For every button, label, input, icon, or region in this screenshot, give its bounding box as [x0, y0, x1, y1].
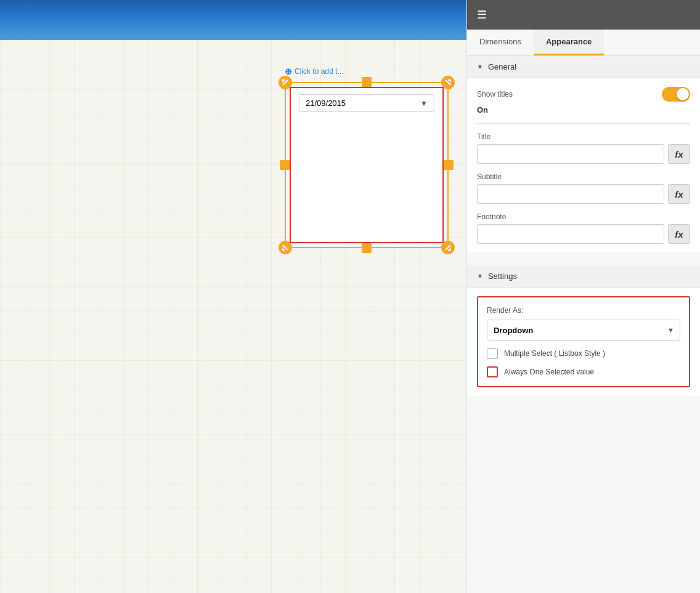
title-input-row: fx: [477, 144, 690, 164]
subtitle-input-row: fx: [477, 184, 690, 204]
render-as-dropdown[interactable]: Dropdown Radio Buttons Listbox: [487, 320, 680, 341]
always-one-selected-row: Always One Selected value: [487, 366, 680, 377]
footnote-fx-icon: fx: [675, 229, 683, 240]
widget-border: 21/09/2015 ▼: [285, 82, 449, 248]
handle-bottom-mid[interactable]: [362, 243, 372, 253]
panel-tabs: Dimensions Appearance: [467, 30, 700, 56]
dropdown-arrow-icon: ▼: [420, 99, 428, 108]
handle-right-mid[interactable]: [444, 160, 454, 170]
widget-title-bar[interactable]: ⊕ Click to add t...: [285, 67, 449, 76]
render-as-row: Dropdown Radio Buttons Listbox ▼: [487, 320, 680, 341]
fx-icon: fx: [675, 149, 683, 159]
show-titles-label: Show titles: [477, 90, 513, 99]
subtitle-fx-icon: fx: [675, 189, 683, 200]
hamburger-icon[interactable]: ☰: [477, 8, 487, 22]
canvas-grid: ⊕ Click to add t... 21/09/2015 ▼: [0, 40, 466, 593]
always-one-selected-checkbox[interactable]: [487, 366, 498, 377]
general-section-label: General: [488, 62, 516, 71]
handle-bottom-right[interactable]: [441, 241, 455, 254]
general-section-body: Show titles On Title fx: [467, 78, 700, 253]
date-dropdown[interactable]: 21/09/2015 ▼: [299, 94, 434, 112]
spacer: [467, 253, 700, 265]
handle-top-right[interactable]: [441, 76, 455, 89]
title-input[interactable]: [477, 144, 664, 164]
settings-section-label: Settings: [488, 272, 517, 281]
footnote-field-row: Footnote fx: [477, 212, 690, 244]
multiple-select-row: Multiple Select ( Listbox Style ): [487, 348, 680, 359]
canvas-area: ⊕ Click to add t... 21/09/2015 ▼: [0, 0, 466, 593]
title-fx-button[interactable]: fx: [668, 144, 690, 164]
widget-container[interactable]: ⊕ Click to add t... 21/09/2015 ▼: [285, 82, 449, 248]
subtitle-field-row: Subtitle fx: [477, 172, 690, 204]
handle-bottom-left[interactable]: [279, 241, 292, 254]
add-title-icon: ⊕: [285, 67, 292, 76]
show-titles-row: Show titles: [477, 87, 690, 102]
settings-section: ▼ Settings Render As: Dropdown Radio But…: [467, 265, 700, 396]
chevron-down-icon: ▼: [477, 63, 483, 70]
handle-top-left[interactable]: [279, 76, 292, 89]
settings-chevron-icon: ▼: [477, 273, 483, 280]
settings-section-body: Render As: Dropdown Radio Buttons Listbo…: [467, 288, 700, 396]
tab-appearance[interactable]: Appearance: [534, 30, 604, 55]
title-field-label: Title: [477, 132, 690, 141]
settings-section-header[interactable]: ▼ Settings: [467, 265, 700, 288]
subtitle-field-label: Subtitle: [477, 172, 690, 181]
subtitle-input[interactable]: [477, 184, 664, 204]
widget-inner: 21/09/2015 ▼: [290, 87, 444, 243]
panel-header: ☰: [467, 0, 700, 30]
settings-box: Render As: Dropdown Radio Buttons Listbo…: [477, 296, 690, 387]
footnote-input[interactable]: [477, 224, 664, 244]
canvas-top-bar: [0, 0, 466, 40]
handle-top-mid[interactable]: [362, 77, 372, 87]
multiple-select-checkbox[interactable]: [487, 348, 498, 359]
subtitle-fx-button[interactable]: fx: [668, 184, 690, 204]
render-as-dropdown-wrapper: Dropdown Radio Buttons Listbox ▼: [487, 320, 680, 341]
render-as-label: Render As:: [487, 306, 680, 315]
tab-dimensions[interactable]: Dimensions: [467, 30, 534, 55]
widget-title-text: Click to add t...: [295, 67, 343, 76]
always-one-selected-label: Always One Selected value: [504, 368, 594, 376]
general-section: ▼ General Show titles On Title: [467, 56, 700, 253]
multiple-select-label: Multiple Select ( Listbox Style ): [504, 349, 605, 358]
show-titles-state: On: [477, 105, 690, 115]
toggle-knob: [677, 88, 689, 100]
show-titles-toggle[interactable]: [662, 87, 690, 102]
footnote-input-row: fx: [477, 224, 690, 244]
date-value: 21/09/2015: [306, 99, 346, 108]
right-panel: ☰ Dimensions Appearance ▼ General Show t…: [466, 0, 700, 593]
general-section-header[interactable]: ▼ General: [467, 56, 700, 78]
footnote-field-label: Footnote: [477, 212, 690, 221]
toggle-track: [662, 87, 690, 102]
title-field-row: Title fx: [477, 132, 690, 164]
handle-left-mid[interactable]: [280, 160, 290, 170]
footnote-fx-button[interactable]: fx: [668, 224, 690, 244]
